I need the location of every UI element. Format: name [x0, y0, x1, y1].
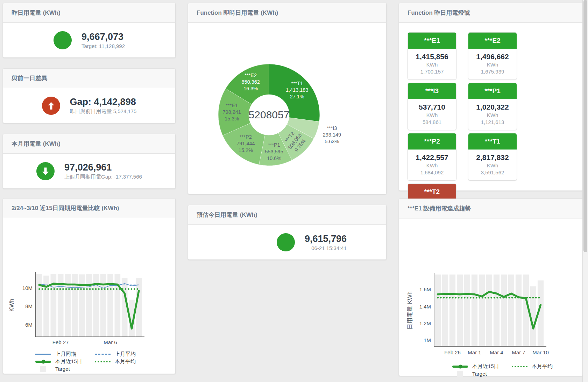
card-yesterday-lights: Function 昨日用電燈號 ***E11,415,856KWh1,700,1… [399, 3, 583, 191]
svg-text:15.3%: 15.3% [225, 116, 239, 121]
card-title-15day-compare: 2/24~3/10 近15日同期用電量比較 (KWh) [12, 205, 119, 211]
y-tick-label: 1M [424, 337, 431, 343]
legend-item-last-month-avg[interactable]: 上月平均 [95, 351, 154, 357]
card-header: Function 昨日用電燈號 [399, 3, 583, 23]
kpi-group: 9,615,796 06-21 15:34:41 [277, 233, 347, 251]
light-tile-t1: ***T12,817,832KWh3,591,562 [468, 133, 517, 181]
tile-unit: KWh [470, 112, 515, 119]
estimate-today-body: 9,615,796 06-21 15:34:41 [188, 225, 386, 259]
light-tile-status-e2: ***E2 [468, 33, 517, 49]
estimate-today-value: 9,615,796 [305, 234, 347, 244]
legend-swatch-grey-box [40, 366, 46, 372]
tile-target: 1,121,613 [470, 119, 515, 126]
target-bar [79, 275, 85, 337]
light-tile-p1: ***P11,020,322KWh1,121,613 [468, 83, 517, 130]
legend-label: 本月近15日 [55, 358, 82, 365]
legend-row: 本月近15日本月平均 [35, 358, 175, 365]
tile-value: 1,415,856 [409, 52, 455, 61]
kpi-group: Gap: 4,142,898 昨日與前日用電量 5,524,175 [42, 97, 137, 115]
donut-center-total: 5208057 [249, 109, 290, 120]
day-gap-body: Gap: 4,142,898 昨日與前日用電量 5,524,175 [3, 88, 175, 123]
y-axis-title: KWh [8, 299, 15, 312]
card-day-gap: 與前一日差異 Gap: 4,142,898 昨日與前日用電量 5,524,175 [3, 68, 176, 123]
kpi-group: 97,026,961 上個月同期用電Gap: -17,377,566 [36, 162, 142, 180]
card-header: 本月用電量 (KWh) [3, 134, 175, 154]
kpi-text: 9,615,796 06-21 15:34:41 [305, 234, 347, 251]
svg-text:***I3: ***I3 [327, 125, 337, 131]
target-bar [501, 275, 507, 346]
month-usage-body: 97,026,961 上個月同期用電Gap: -17,377,566 [3, 154, 175, 188]
column-left: 昨日用電量 (KWh) 9,667,073 Target: 11,128,992… [3, 3, 176, 374]
light-tile-body-e1: 1,415,856KWh1,700,157 [408, 49, 456, 79]
legend-label: 本月平均 [532, 363, 553, 370]
x-tick-label: Mar 6 [104, 339, 117, 345]
compare-chart-legend: 上月同期上月平均本月近15日本月平均Target [35, 350, 175, 373]
tile-value: 1,422,557 [409, 153, 455, 162]
light-tile-status-t1: ***T1 [468, 133, 517, 150]
x-tick-label: Mar 1 [468, 349, 481, 355]
light-tile-body-p1: 1,020,322KWh1,121,613 [468, 99, 517, 130]
x-tick-label: Mar 4 [490, 349, 503, 355]
column-middle: Function 即時日用電量 (KWh) ***T11,413,18327.1… [188, 3, 387, 260]
legend-label: 本月平均 [115, 358, 136, 365]
month-usage-value: 97,026,961 [64, 162, 142, 173]
light-tile-status-e1: ***E1 [408, 33, 456, 49]
target-bar [516, 275, 522, 346]
svg-text:***T1: ***T1 [291, 81, 303, 86]
arrow-down-circle-icon [36, 162, 55, 180]
card-header: 預估今日用電量 (KWh) [188, 205, 386, 225]
light-tile-p2: ***P21,422,557KWh1,684,092 [408, 133, 456, 181]
light-tile-body-e2: 1,496,662KWh1,675,939 [468, 49, 517, 79]
compare-chart-body: 6M8M10MFeb 27Mar 6KWh 上月同期上月平均本月近15日本月平均… [3, 218, 175, 374]
y-tick-label: 1.4M [419, 304, 431, 310]
target-bar [508, 275, 514, 346]
scrollbar-thumb[interactable] [583, 0, 587, 252]
svg-text:553,595: 553,595 [265, 149, 283, 154]
card-e1-trend: ***E1 設備用電達成趨勢 1M1.2M1.4M1.6MFeb 26Mar 1… [399, 199, 583, 376]
kpi-group: 9,667,073 Target: 11,128,992 [54, 31, 125, 49]
scrollbar[interactable] [582, 0, 588, 382]
trend-chart-body: 1M1.2M1.4M1.6MFeb 26Mar 1Mar 4Mar 7Mar 1… [399, 218, 583, 377]
light-tile-e2: ***E21,496,662KWh1,675,939 [468, 32, 517, 80]
target-bar [449, 275, 455, 346]
card-title-realtime-donut: Function 即時日用電量 (KWh) [197, 9, 278, 16]
svg-text:5.63%: 5.63% [325, 139, 339, 144]
status-circle-icon [54, 31, 72, 49]
legend-item-target[interactable]: Target [35, 366, 95, 372]
x-tick-label: Feb 26 [444, 349, 461, 355]
x-tick-label: Mar 10 [532, 349, 549, 355]
tile-target: 584,861 [409, 119, 455, 126]
target-bar [442, 275, 448, 346]
card-title-day-gap: 與前一日差異 [12, 75, 47, 82]
y-tick-label: 6M [25, 322, 33, 328]
target-bar [472, 275, 477, 346]
card-estimate-today: 預估今日用電量 (KWh) 9,615,796 06-21 15:34:41 [188, 205, 387, 260]
legend-label: 上月同期 [55, 351, 76, 357]
legend-item-last-month[interactable]: 上月同期 [35, 351, 95, 357]
light-tile-e1: ***E11,415,856KWh1,700,157 [408, 32, 456, 80]
x-tick-label: Mar 7 [512, 349, 525, 355]
month-usage-sub: 上個月同期用電Gap: -17,377,566 [64, 174, 142, 180]
tile-unit: KWh [409, 61, 455, 68]
legend-row: Target [452, 370, 583, 377]
trend-line-chart: 1M1.2M1.4M1.6MFeb 26Mar 1Mar 4Mar 7Mar 1… [399, 272, 574, 359]
tile-unit: KWh [470, 61, 515, 68]
svg-text:***E1: ***E1 [226, 103, 238, 108]
card-title-yesterday-lights: Function 昨日用電燈號 [408, 9, 470, 16]
legend-item-this-month[interactable]: 本月近15日 [35, 358, 95, 365]
donut-label-i3: ***I3293,1495.63% [323, 125, 341, 144]
svg-text:850,362: 850,362 [241, 79, 260, 85]
legend-item-this-month-avg[interactable]: 本月平均 [95, 358, 154, 365]
card-header: 昨日用電量 (KWh) [3, 3, 175, 23]
light-tile-status-i3: ***I3 [408, 83, 456, 99]
legend-swatch-grey-box [457, 371, 463, 377]
target-bar [494, 275, 500, 346]
kpi-text: 97,026,961 上個月同期用電Gap: -17,377,566 [64, 162, 142, 180]
yesterday-usage-value: 9,667,073 [82, 32, 125, 42]
status-circle-icon [277, 233, 295, 251]
legend-item-this-month[interactable]: 本月近15日 [452, 363, 512, 370]
card-title-estimate-today: 預估今日用電量 (KWh) [197, 211, 257, 218]
legend-item-target[interactable]: Target [452, 371, 512, 377]
legend-item-this-month-avg[interactable]: 本月平均 [512, 363, 571, 370]
target-bar [115, 274, 121, 337]
